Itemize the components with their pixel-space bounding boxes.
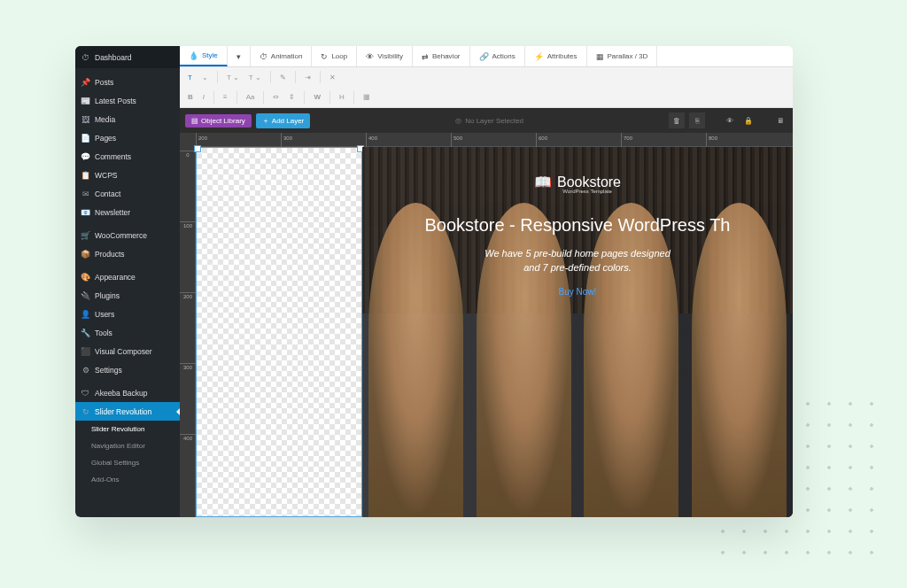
menu-icon: ↻: [81, 406, 90, 416]
sidebar-item-tools[interactable]: 🔧Tools: [75, 323, 180, 342]
sidebar-item-label: Pages: [95, 134, 116, 143]
no-layer-text: No Layer Selected: [465, 117, 523, 125]
add-layer-label: Add Layer: [272, 117, 304, 125]
sidebar-item-label: Slider Revolution: [95, 407, 151, 416]
logo-text: Bookstore: [557, 174, 621, 190]
sidebar-item-slider-revolution[interactable]: ↻Slider Revolution: [75, 402, 180, 421]
sidebar-item-label: WooCommerce: [95, 231, 147, 240]
sidebar-sub-navigation-editor[interactable]: Navigation Editor: [75, 437, 180, 454]
align-button[interactable]: ≡: [219, 91, 232, 103]
text-style[interactable]: T ⌄: [222, 72, 244, 83]
sidebar-item-products[interactable]: 📦Products: [75, 244, 180, 263]
vspace-button[interactable]: ⇕: [284, 91, 299, 103]
sidebar-dashboard-label: Dashboard: [95, 53, 132, 62]
font-select[interactable]: ⌄: [198, 72, 213, 83]
desktop-icon[interactable]: 🖥: [773, 113, 787, 128]
tab-icon: 💧: [189, 51, 198, 60]
sidebar-item-contact[interactable]: ✉Contact: [75, 184, 180, 203]
sidebar-item-plugins[interactable]: 🔌Plugins: [75, 286, 180, 305]
slide-headline: Bookstore - Responsive WordPress Th: [416, 215, 740, 236]
style-toolbar: T ⌄ T ⌄ T ⌄ ✎ ⇥ ✕ B I ≡ Aa ⇔: [180, 67, 793, 108]
sidebar-item-appearance[interactable]: 🎨Appearance: [75, 267, 180, 286]
tab-icon: ⇄: [422, 52, 429, 61]
plus-icon: ＋: [262, 116, 269, 126]
tab-icon: ▾: [236, 52, 241, 61]
menu-icon: ✉: [81, 189, 90, 198]
menu-icon: 📄: [81, 133, 90, 143]
sidebar-item-settings[interactable]: ⚙Settings: [75, 360, 180, 379]
sidebar-item-media[interactable]: 🖼Media: [75, 110, 180, 128]
stage[interactable]: 📖 Bookstore WordPress Template Bookstore…: [196, 147, 793, 517]
object-library-button[interactable]: ▤ Object Library: [185, 114, 252, 128]
close-x[interactable]: ✕: [325, 72, 340, 83]
buy-now-link[interactable]: Buy Now!: [559, 287, 597, 297]
sidebar-item-visual-composer[interactable]: ⬛Visual Composer: [75, 342, 180, 360]
visibility-icon[interactable]: 👁: [723, 113, 737, 128]
grid-button[interactable]: ▦: [359, 91, 375, 103]
spacing-tool[interactable]: ⇥: [300, 72, 315, 83]
tab-style[interactable]: 💧Style: [180, 46, 228, 66]
sidebar-item-label: Visual Composer: [95, 347, 152, 356]
tab-behavior[interactable]: ⇄Behavior: [413, 46, 470, 66]
color-tool[interactable]: ✎: [275, 72, 291, 83]
menu-icon: 📦: [81, 249, 90, 259]
sidebar-item-akeeba-backup[interactable]: 🛡Akeeba Backup: [75, 383, 180, 402]
menu-icon: 🔧: [81, 328, 90, 337]
object-library-label: Object Library: [201, 117, 245, 125]
tab-label: Parallax / 3D: [608, 52, 648, 60]
tab-animation[interactable]: ⏱Animation: [251, 46, 313, 66]
sidebar-item-comments[interactable]: 💬Comments: [75, 147, 180, 166]
sidebar-sub-global-settings[interactable]: Global Settings: [75, 454, 180, 471]
tab-label: Behavior: [432, 52, 461, 60]
hspace-button[interactable]: ⇔: [268, 91, 283, 103]
text-tool[interactable]: T: [183, 72, 197, 83]
duplicate-layer-button[interactable]: ⎘: [689, 112, 705, 128]
wp-sidebar: ⏱ Dashboard 📌Posts📰Latest Posts🖼Media📄Pa…: [75, 46, 180, 517]
sidebar-item-latest-posts[interactable]: 📰Latest Posts: [75, 91, 180, 110]
transparent-area[interactable]: [196, 147, 362, 517]
sidebar-dashboard[interactable]: ⏱ Dashboard: [75, 46, 180, 68]
tab-dropdown[interactable]: ▾: [228, 46, 251, 66]
menu-icon: 📰: [81, 96, 90, 105]
lock-icon[interactable]: 🔒: [741, 113, 756, 128]
sidebar-sub-add-ons[interactable]: Add-Ons: [75, 471, 180, 488]
tab-label: Animation: [271, 52, 303, 60]
bold-button[interactable]: B: [183, 91, 198, 103]
height-button[interactable]: H: [335, 91, 349, 103]
tab-attributes[interactable]: ⚡Attributes: [525, 46, 587, 66]
tab-label: Loop: [331, 52, 347, 60]
delete-layer-button[interactable]: 🗑: [669, 112, 685, 128]
tab-actions[interactable]: 🔗Actions: [470, 46, 525, 66]
weight-button[interactable]: W: [309, 91, 325, 103]
sidebar-item-users[interactable]: 👤Users: [75, 305, 180, 323]
ruler-vertical: 0100200300400: [180, 147, 196, 517]
sidebar-item-posts[interactable]: 📌Posts: [75, 73, 180, 91]
tab-icon: 🔗: [479, 52, 489, 61]
font-size[interactable]: T ⌄: [244, 72, 266, 83]
sidebar-item-wcps[interactable]: 📋WCPS: [75, 166, 180, 184]
menu-icon: 📧: [81, 207, 90, 217]
sidebar-item-label: Latest Posts: [95, 97, 136, 105]
sidebar-item-woocommerce[interactable]: 🛒WooCommerce: [75, 226, 180, 244]
slide-preview[interactable]: 📖 Bookstore WordPress Template Bookstore…: [362, 147, 793, 517]
tab-loop[interactable]: ↻Loop: [312, 46, 357, 66]
slide-sub2: and 7 pre-defined colors.: [523, 262, 632, 273]
add-layer-button[interactable]: ＋ Add Layer: [256, 113, 310, 128]
tab-label: Actions: [492, 52, 516, 60]
slide-sub1: We have 5 pre-build home pages designed: [485, 248, 671, 259]
menu-icon: 💬: [81, 151, 90, 161]
sidebar-item-newsletter[interactable]: 📧Newsletter: [75, 203, 180, 221]
transform-button[interactable]: Aa: [242, 91, 260, 103]
tab-visibility[interactable]: 👁Visibility: [357, 46, 413, 66]
sidebar-item-pages[interactable]: 📄Pages: [75, 128, 180, 147]
tab-parallax-3d[interactable]: ▦Parallax / 3D: [587, 46, 658, 66]
dashboard-icon: ⏱: [81, 52, 90, 62]
tab-icon: 👁: [366, 52, 374, 61]
sidebar-item-label: Media: [95, 115, 115, 124]
italic-button[interactable]: I: [198, 91, 209, 103]
sidebar-sub-slider-revolution[interactable]: Slider Revolution: [75, 421, 180, 437]
ruler-horizontal: 200300400500600700800: [196, 133, 793, 147]
sidebar-item-label: Users: [95, 310, 114, 319]
book-icon: 📖: [534, 174, 552, 190]
tab-label: Style: [202, 51, 218, 59]
